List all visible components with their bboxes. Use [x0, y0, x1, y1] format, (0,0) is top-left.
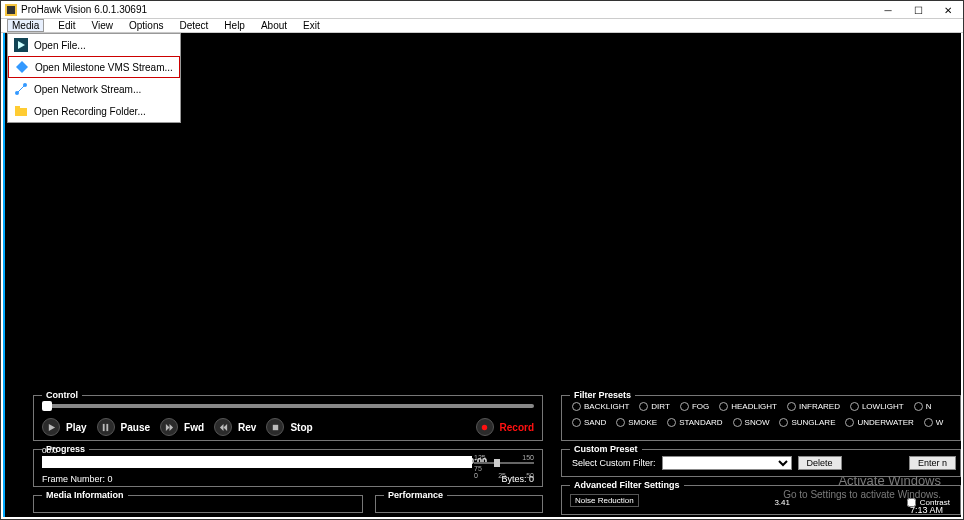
custom-preset-panel: Custom Preset Select Custom Filter: Dele… — [561, 449, 961, 477]
svg-marker-14 — [169, 423, 173, 430]
progress-start-time: 00:0 — [42, 446, 58, 455]
dropdown-item-label: Open Milestone VMS Stream... — [35, 62, 173, 73]
rev-icon — [214, 418, 232, 436]
filter-presets-legend: Filter Presets — [570, 390, 635, 400]
menu-detect[interactable]: Detect — [177, 20, 210, 31]
menu-options[interactable]: Options — [127, 20, 165, 31]
window-minimize-button[interactable]: ─ — [873, 1, 903, 19]
preset-lowlight[interactable]: LOWLIGHT — [850, 402, 904, 411]
control-slider-thumb[interactable] — [42, 401, 52, 411]
play-icon — [42, 418, 60, 436]
dropdown-item-label: Open Network Stream... — [34, 84, 141, 95]
custom-preset-legend: Custom Preset — [570, 444, 642, 454]
menu-about[interactable]: About — [259, 20, 289, 31]
preset-w[interactable]: W — [924, 418, 944, 427]
media-info-panel: Media Information — [33, 495, 363, 513]
svg-rect-9 — [15, 106, 20, 109]
svg-rect-12 — [106, 423, 108, 430]
noise-reduction-group: Noise Reduction — [570, 494, 639, 507]
preset-sunglare[interactable]: SUNGLARE — [779, 418, 835, 427]
preset-backlight[interactable]: BACKLIGHT — [572, 402, 629, 411]
preset-standard[interactable]: STANDARD — [667, 418, 722, 427]
frame-number-label: Frame Number: 0 — [42, 474, 113, 484]
fwd-icon — [160, 418, 178, 436]
svg-marker-10 — [48, 423, 54, 430]
progress-panel: Progress 00:0 00:00 125150 75 02550 Fram… — [33, 449, 543, 487]
dropdown-open-network[interactable]: Open Network Stream... — [8, 78, 180, 100]
dropdown-item-label: Open File... — [34, 40, 86, 51]
preset-sand[interactable]: SAND — [572, 418, 606, 427]
svg-rect-8 — [15, 108, 27, 116]
filter-presets-panel: Filter Presets BACKLIGHT DIRT FOG HEADLI… — [561, 395, 961, 441]
custom-filter-select[interactable] — [662, 456, 792, 470]
svg-rect-17 — [273, 424, 278, 429]
custom-preset-label: Select Custom Filter: — [572, 458, 656, 468]
fwd-button[interactable]: Fwd — [160, 418, 204, 436]
stop-icon — [266, 418, 284, 436]
dropdown-item-label: Open Recording Folder... — [34, 106, 146, 117]
svg-point-18 — [482, 424, 487, 429]
preset-dirt[interactable]: DIRT — [639, 402, 670, 411]
bytes-label: Bytes: 0 — [501, 474, 534, 484]
window-maximize-button[interactable]: ☐ — [903, 1, 933, 19]
folder-icon — [14, 104, 28, 118]
preset-headlight[interactable]: HEADLIGHT — [719, 402, 777, 411]
svg-marker-13 — [165, 423, 169, 430]
stop-button[interactable]: Stop — [266, 418, 312, 436]
preset-underwater[interactable]: UNDERWATER — [845, 418, 913, 427]
dropdown-open-file[interactable]: Open File... — [8, 34, 180, 56]
play-file-icon — [14, 38, 28, 52]
window-title: ProHawk Vision 6.0.1.30691 — [21, 4, 147, 15]
dropdown-open-milestone[interactable]: Open Milestone VMS Stream... — [8, 56, 180, 78]
progress-bar[interactable] — [42, 456, 472, 468]
preset-n[interactable]: N — [914, 402, 932, 411]
svg-rect-1 — [7, 6, 15, 14]
svg-marker-16 — [219, 423, 223, 430]
noise-reduction-value: 3.41 — [774, 498, 790, 507]
delete-button[interactable]: Delete — [798, 456, 842, 470]
svg-marker-15 — [223, 423, 227, 430]
dropdown-open-recording[interactable]: Open Recording Folder... — [8, 100, 180, 122]
preset-fog[interactable]: FOG — [680, 402, 709, 411]
svg-marker-4 — [16, 61, 28, 73]
network-icon — [14, 82, 28, 96]
diamond-icon — [15, 60, 29, 74]
performance-panel: Performance — [375, 495, 543, 513]
control-panel: Control Play Pause Fwd Rev — [33, 395, 543, 441]
menu-exit[interactable]: Exit — [301, 20, 322, 31]
performance-legend: Performance — [384, 490, 447, 500]
pause-button[interactable]: Pause — [97, 418, 150, 436]
preset-snow[interactable]: SNOW — [733, 418, 770, 427]
record-icon — [476, 418, 494, 436]
window-close-button[interactable]: ✕ — [933, 1, 963, 19]
pause-icon — [97, 418, 115, 436]
title-bar: ProHawk Vision 6.0.1.30691 ─ ☐ ✕ — [1, 1, 963, 19]
media-info-legend: Media Information — [42, 490, 128, 500]
menu-help[interactable]: Help — [222, 20, 247, 31]
control-legend: Control — [42, 390, 82, 400]
preset-smoke[interactable]: SMOKE — [616, 418, 657, 427]
svg-line-7 — [18, 86, 24, 92]
media-dropdown: Open File... Open Milestone VMS Stream..… — [7, 33, 181, 123]
menu-view[interactable]: View — [89, 20, 115, 31]
control-slider-track[interactable] — [42, 404, 534, 408]
advanced-filter-panel: Advanced Filter Settings Noise Reduction… — [561, 485, 961, 515]
svg-rect-11 — [103, 423, 105, 430]
menu-bar: Media Edit View Options Detect Help Abou… — [1, 19, 963, 33]
taskbar-clock: 7:13 AM — [910, 505, 943, 515]
record-button[interactable]: Record — [476, 418, 534, 436]
preset-infrared[interactable]: INFRARED — [787, 402, 840, 411]
advanced-filter-legend: Advanced Filter Settings — [570, 480, 684, 490]
menu-media[interactable]: Media — [7, 19, 44, 32]
rev-button[interactable]: Rev — [214, 418, 256, 436]
enter-name-button[interactable]: Enter n — [909, 456, 956, 470]
play-button[interactable]: Play — [42, 418, 87, 436]
menu-edit[interactable]: Edit — [56, 20, 77, 31]
app-icon — [5, 4, 17, 16]
